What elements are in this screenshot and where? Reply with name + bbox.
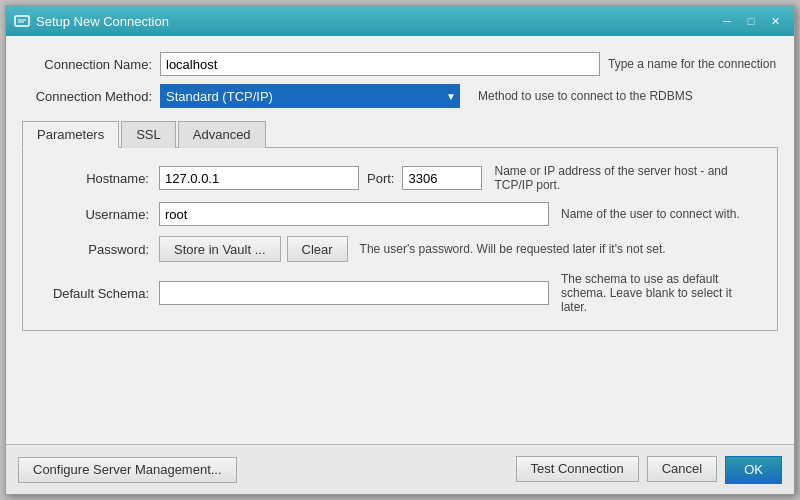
window-controls: ─ □ ✕ — [716, 11, 786, 31]
connection-name-hint: Type a name for the connection — [608, 57, 778, 71]
title-bar: Setup New Connection ─ □ ✕ — [6, 6, 794, 36]
test-connection-button[interactable]: Test Connection — [516, 456, 639, 482]
password-label: Password: — [39, 242, 159, 257]
connection-method-hint: Method to use to connect to the RDBMS — [478, 89, 778, 103]
window-content: Connection Name: Type a name for the con… — [6, 36, 794, 444]
connection-name-input[interactable] — [160, 52, 600, 76]
hostname-row: Hostname: Port: Name or IP address of th… — [39, 164, 761, 192]
tabs-container: Parameters SSL Advanced Hostname: — [22, 116, 778, 331]
maximize-button[interactable]: □ — [740, 11, 762, 31]
default-schema-hint: The schema to use as default schema. Lea… — [561, 272, 761, 314]
tab-ssl[interactable]: SSL — [121, 121, 176, 148]
window-footer: Configure Server Management... Test Conn… — [6, 444, 794, 494]
connection-method-label: Connection Method: — [22, 89, 152, 104]
close-button[interactable]: ✕ — [764, 11, 786, 31]
password-row: Password: Store in Vault ... Clear The u… — [39, 236, 761, 262]
footer-left: Configure Server Management... — [18, 457, 516, 483]
connection-method-row: Connection Method: Standard (TCP/IP) Sta… — [22, 84, 778, 108]
connection-name-row: Connection Name: Type a name for the con… — [22, 52, 778, 76]
hostname-group: Port: — [159, 166, 482, 190]
configure-server-button[interactable]: Configure Server Management... — [18, 457, 237, 483]
store-in-vault-button[interactable]: Store in Vault ... — [159, 236, 281, 262]
connection-name-label: Connection Name: — [22, 57, 152, 72]
footer-right: Test Connection Cancel OK — [516, 456, 783, 484]
port-label: Port: — [367, 171, 394, 186]
username-label: Username: — [39, 207, 159, 222]
password-buttons: Store in Vault ... Clear — [159, 236, 348, 262]
username-input[interactable] — [159, 202, 549, 226]
port-input[interactable] — [402, 166, 482, 190]
username-hint: Name of the user to connect with. — [561, 207, 761, 221]
default-schema-input[interactable] — [159, 281, 549, 305]
svg-rect-0 — [15, 16, 29, 26]
tab-advanced[interactable]: Advanced — [178, 121, 266, 148]
hostname-label: Hostname: — [39, 171, 159, 186]
main-window: Setup New Connection ─ □ ✕ Connection Na… — [5, 5, 795, 495]
username-row: Username: Name of the user to connect wi… — [39, 202, 761, 226]
tabs: Parameters SSL Advanced — [22, 120, 778, 148]
default-schema-label: Default Schema: — [39, 286, 159, 301]
default-schema-row: Default Schema: The schema to use as def… — [39, 272, 761, 314]
connection-method-select[interactable]: Standard (TCP/IP) Standard (TCP/IP) with… — [160, 84, 460, 108]
hostname-hint: Name or IP address of the server host - … — [494, 164, 761, 192]
params-grid: Hostname: Port: Name or IP address of th… — [39, 164, 761, 314]
window-title: Setup New Connection — [36, 14, 716, 29]
window-icon — [14, 13, 30, 29]
hostname-input[interactable] — [159, 166, 359, 190]
clear-password-button[interactable]: Clear — [287, 236, 348, 262]
tab-parameters[interactable]: Parameters — [22, 121, 119, 148]
cancel-button[interactable]: Cancel — [647, 456, 717, 482]
connection-method-wrapper: Standard (TCP/IP) Standard (TCP/IP) with… — [160, 84, 460, 108]
minimize-button[interactable]: ─ — [716, 11, 738, 31]
password-hint: The user's password. Will be requested l… — [360, 242, 761, 256]
ok-button[interactable]: OK — [725, 456, 782, 484]
tab-content-parameters: Hostname: Port: Name or IP address of th… — [22, 148, 778, 331]
